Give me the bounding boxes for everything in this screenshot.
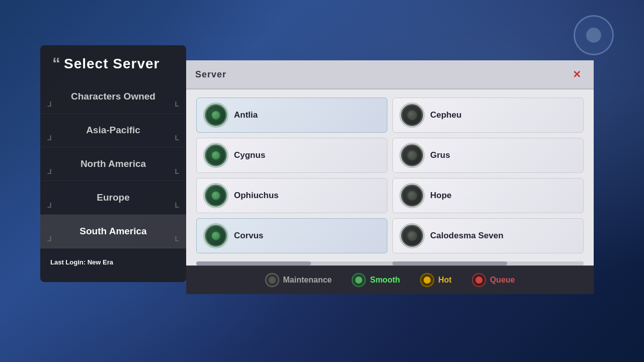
server-icon-calodesma-seven	[401, 225, 423, 247]
server-icon-outer-ring	[399, 143, 425, 168]
legend-dot-inner-queue	[475, 277, 482, 284]
legend-item-hot: Hot	[420, 273, 452, 287]
server-dialog: Server AntliaCepheuCygnusGrusOphiuchusHo…	[186, 60, 594, 294]
server-item-grus[interactable]: Grus	[392, 138, 584, 173]
server-icon-grus	[401, 144, 423, 166]
nav-label-north-america: North America	[80, 158, 146, 169]
dialog-header: Server	[186, 60, 594, 89]
legend-item-smooth: Smooth	[352, 273, 400, 287]
sidebar-item-characters-owned[interactable]: Characters Owned	[40, 80, 186, 114]
server-item-cepheu[interactable]: Cepheu	[392, 98, 584, 133]
sidebar-item-europe[interactable]: Europe	[40, 181, 186, 215]
server-name-hope: Hope	[430, 191, 452, 201]
legend-dot-inner-maintenance	[269, 277, 276, 284]
legend-label-hot: Hot	[438, 276, 452, 285]
server-name-cepheu: Cepheu	[430, 110, 461, 120]
sidebar-item-asia-pacific[interactable]: Asia-Pacific	[40, 114, 186, 147]
server-name-antlia: Antlia	[234, 110, 258, 120]
close-button[interactable]	[569, 66, 585, 82]
server-item-calodesma-seven[interactable]: Calodesma Seven	[392, 218, 584, 253]
server-item-corvus[interactable]: Corvus	[196, 218, 387, 253]
legend-dot-hot	[420, 273, 434, 287]
server-icon-outer-ring	[203, 143, 228, 168]
server-name-cygnus: Cygnus	[234, 150, 265, 160]
server-icon-cygnus	[205, 144, 227, 166]
server-name-grus: Grus	[430, 150, 450, 160]
server-icon-outer-ring	[203, 103, 228, 128]
decorative-circle-inner	[586, 28, 601, 43]
legend-dot-inner-hot	[424, 277, 431, 284]
server-icon-hope	[401, 185, 423, 207]
scroll-track-left[interactable]	[196, 261, 387, 265]
nav-items-list: Characters Owned Asia-Pacific North Amer…	[40, 80, 186, 248]
server-name-ophiuchus: Ophiuchus	[234, 191, 279, 201]
server-name-corvus: Corvus	[234, 231, 264, 241]
server-item-cygnus[interactable]: Cygnus	[196, 138, 387, 173]
sidebar-item-south-america[interactable]: South America	[40, 215, 186, 248]
server-item-ophiuchus[interactable]: Ophiuchus	[196, 178, 387, 213]
nav-label-characters: Characters Owned	[71, 91, 155, 102]
legend-label-smooth: Smooth	[370, 276, 400, 285]
server-item-antlia[interactable]: Antlia	[196, 98, 387, 133]
scroll-thumb-right	[392, 261, 507, 265]
title-quotes: “	[52, 54, 61, 73]
server-icon-ophiuchus	[205, 185, 227, 207]
panel-title: “ Select Server	[40, 45, 186, 80]
server-item-hope[interactable]: Hope	[392, 178, 584, 213]
server-name-calodesma-seven: Calodesma Seven	[430, 231, 504, 241]
server-icon-corvus	[205, 225, 227, 247]
legend-bar: MaintenanceSmoothHotQueue	[186, 265, 594, 294]
legend-dot-maintenance	[265, 273, 279, 287]
legend-dot-inner-smooth	[355, 277, 362, 284]
server-icon-outer-ring	[203, 223, 228, 248]
server-grid: AntliaCepheuCygnusGrusOphiuchusHopeCorvu…	[186, 89, 594, 261]
legend-item-queue: Queue	[472, 273, 515, 287]
server-icon-outer-ring	[399, 183, 425, 208]
sidebar-item-north-america[interactable]: North America	[40, 147, 186, 181]
scroll-track-right[interactable]	[392, 261, 584, 265]
nav-label-south-america: South America	[79, 226, 146, 236]
legend-dot-smooth	[352, 273, 366, 287]
server-icon-outer-ring	[203, 183, 228, 208]
legend-label-queue: Queue	[490, 276, 515, 285]
server-icon-antlia	[205, 104, 227, 126]
legend-dot-queue	[472, 273, 486, 287]
server-icon-cepheu	[401, 104, 423, 126]
nav-label-europe: Europe	[97, 192, 129, 203]
left-panel: “ Select Server Characters Owned Asia-Pa…	[40, 45, 186, 282]
server-icon-outer-ring	[399, 223, 425, 248]
scroll-area	[196, 261, 584, 265]
server-icon-outer-ring	[399, 103, 425, 128]
legend-item-maintenance: Maintenance	[265, 273, 332, 287]
last-login-label: Last Login:	[50, 258, 86, 266]
nav-label-asia: Asia-Pacific	[86, 125, 140, 135]
panel-title-text: Select Server	[64, 56, 159, 72]
last-login-text: Last Login: New Era	[40, 252, 186, 272]
dialog-title: Server	[195, 69, 226, 80]
scroll-thumb-left	[196, 261, 311, 265]
last-login-value: New Era	[88, 258, 113, 266]
legend-label-maintenance: Maintenance	[283, 276, 332, 285]
